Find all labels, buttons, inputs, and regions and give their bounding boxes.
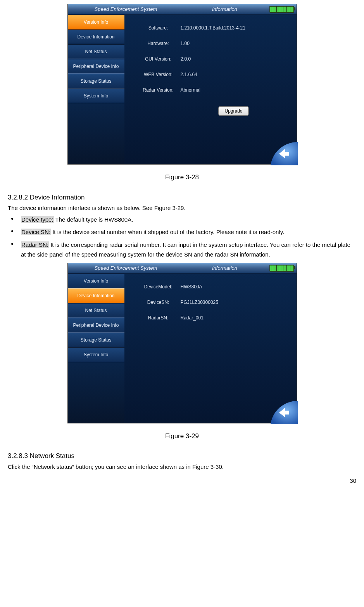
titlebar: Speed Enforcement System Information xyxy=(68,4,297,15)
sidebar-item-system-info[interactable]: System Info xyxy=(68,347,124,362)
info-row: Hardware:1.00 xyxy=(136,40,289,47)
list-item: Radar SN: It is the corresponding radar … xyxy=(8,240,356,260)
info-label: RadarSN: xyxy=(136,314,181,321)
sidebar-item-system-info[interactable]: System Info xyxy=(68,88,124,103)
sidebar-item-version-info[interactable]: Version Info xyxy=(68,15,124,29)
battery-icon xyxy=(269,6,294,13)
info-value: 1.210.0000.1.T,Build:2013-4-21 xyxy=(181,24,245,31)
sidebar-item-peripheral-device-info[interactable]: Peripheral Device Info xyxy=(68,318,124,333)
battery-icon xyxy=(269,265,294,272)
info-value: 1.00 xyxy=(181,40,190,47)
sidebar-item-device-infomation[interactable]: Device Infomation xyxy=(68,29,124,44)
upgrade-button[interactable]: Upgrade xyxy=(218,106,248,116)
sidebar-item-net-status[interactable]: Net Status xyxy=(68,303,124,318)
info-row: DeviceSN:PGJ1LZ00300025 xyxy=(136,299,289,306)
device-screenshot-version-info: Speed Enforcement System Information Ver… xyxy=(67,4,297,165)
section-heading-device-information: 3.2.8.2 Device Information xyxy=(8,193,356,203)
info-value: HWS800A xyxy=(181,283,202,290)
sidebar-item-peripheral-device-info[interactable]: Peripheral Device Info xyxy=(68,59,124,74)
info-row: Software:1.210.0000.1.T,Build:2013-4-21 xyxy=(136,24,289,31)
info-value: Radar_001 xyxy=(181,314,204,321)
figure-caption: Figure 3-29 xyxy=(8,431,356,441)
main-panel: DeviceModel:HWS800ADeviceSN:PGJ1LZ003000… xyxy=(124,274,297,423)
bullet-term: Device type: xyxy=(21,216,54,223)
info-label: WEB Version: xyxy=(136,71,181,78)
sidebar: Version InfoDevice InfomationNet StatusP… xyxy=(68,15,124,164)
app-title: Speed Enforcement System xyxy=(68,264,180,272)
main-panel: Software:1.210.0000.1.T,Build:2013-4-21H… xyxy=(124,15,297,164)
titlebar: Speed Enforcement System Information xyxy=(68,263,297,274)
info-label: DeviceModel: xyxy=(136,283,181,290)
section-heading-network-status: 3.2.8.3 Network Status xyxy=(8,451,356,461)
sidebar: Version InfoDevice InfomationNet StatusP… xyxy=(68,274,124,423)
info-row: WEB Version:2.1.6.64 xyxy=(136,71,289,78)
info-label: Hardware: xyxy=(136,40,181,47)
info-value: 2.1.6.64 xyxy=(181,71,197,78)
info-value: 2.0.0 xyxy=(181,55,191,62)
device-screenshot-device-information: Speed Enforcement System Information Ver… xyxy=(67,263,297,423)
info-label: GUI Version: xyxy=(136,55,181,62)
info-row: DeviceModel:HWS800A xyxy=(136,283,289,290)
page-heading: Information xyxy=(180,264,269,272)
info-label: DeviceSN: xyxy=(136,299,181,306)
sidebar-item-storage-status[interactable]: Storage Status xyxy=(68,74,124,88)
page-heading: Information xyxy=(180,5,269,13)
list-item: Device SN: It is the device serial numbe… xyxy=(8,227,356,237)
sidebar-item-version-info[interactable]: Version Info xyxy=(68,274,124,288)
info-row: GUI Version:2.0.0 xyxy=(136,55,289,62)
info-value: Abnormal xyxy=(181,87,200,94)
sidebar-item-device-infomation[interactable]: Device Infomation xyxy=(68,288,124,303)
back-arrow-icon[interactable] xyxy=(271,401,298,424)
sidebar-item-net-status[interactable]: Net Status xyxy=(68,44,124,59)
figure-caption: Figure 3-28 xyxy=(8,172,356,182)
bullet-term: Device SN: xyxy=(21,229,51,235)
info-row: RadarSN:Radar_001 xyxy=(136,314,289,321)
sidebar-item-storage-status[interactable]: Storage Status xyxy=(68,333,124,347)
list-item: Device type: The default type is HWS800A… xyxy=(8,215,356,225)
bullet-list: Device type: The default type is HWS800A… xyxy=(8,215,356,260)
section-intro: The device information interface is show… xyxy=(8,204,356,213)
section-intro: Click the “Network status” button; you c… xyxy=(8,463,356,472)
back-arrow-icon[interactable] xyxy=(271,142,298,165)
info-value: PGJ1LZ00300025 xyxy=(181,299,218,306)
info-label: Radar Version: xyxy=(136,87,181,94)
info-label: Software: xyxy=(136,24,181,31)
page-number: 30 xyxy=(350,477,356,486)
bullet-term: Radar SN: xyxy=(21,241,49,248)
app-title: Speed Enforcement System xyxy=(68,5,180,13)
info-row: Radar Version:Abnormal xyxy=(136,87,289,94)
